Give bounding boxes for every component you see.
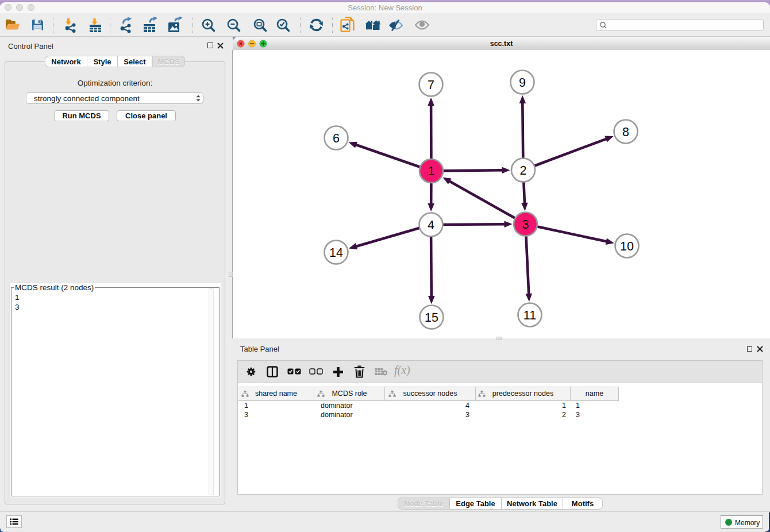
svg-text:6: 6 [333,132,340,145]
svg-text:4: 4 [428,218,434,232]
svg-text:10: 10 [620,240,634,253]
svg-text:9: 9 [519,76,526,90]
svg-text:2: 2 [520,164,527,178]
svg-text:11: 11 [523,309,536,322]
svg-text:3: 3 [522,218,529,232]
svg-text:14: 14 [329,246,343,260]
svg-text:1: 1 [428,164,435,178]
svg-text:8: 8 [622,125,629,139]
svg-text:7: 7 [428,78,434,92]
svg-text:15: 15 [425,311,438,325]
